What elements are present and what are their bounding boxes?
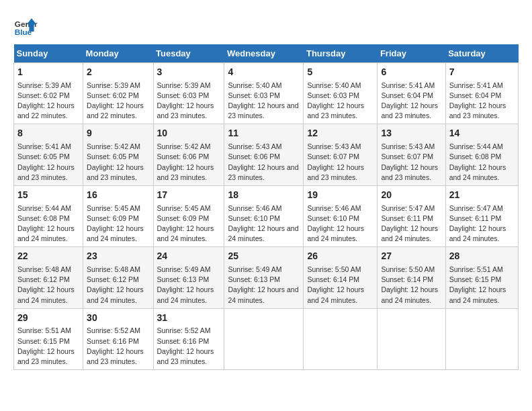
calendar-table: SundayMondayTuesdayWednesdayThursdayFrid… bbox=[13, 44, 519, 370]
day-number: 27 bbox=[381, 250, 441, 263]
day-number: 17 bbox=[157, 189, 221, 202]
day-info: Sunrise: 5:41 AM Sunset: 6:04 PM Dayligh… bbox=[381, 81, 441, 122]
calendar-day-24: 24 Sunrise: 5:49 AM Sunset: 6:13 PM Dayl… bbox=[153, 247, 224, 308]
day-info: Sunrise: 5:39 AM Sunset: 6:03 PM Dayligh… bbox=[157, 81, 221, 122]
day-number: 11 bbox=[228, 127, 300, 140]
calendar-day-20: 20 Sunrise: 5:47 AM Sunset: 6:11 PM Dayl… bbox=[378, 185, 445, 246]
day-number: 23 bbox=[87, 250, 149, 263]
day-info: Sunrise: 5:51 AM Sunset: 6:15 PM Dayligh… bbox=[449, 265, 515, 306]
day-header-thursday: Thursday bbox=[304, 44, 378, 63]
calendar-day-empty bbox=[445, 308, 518, 369]
calendar-day-3: 3 Sunrise: 5:39 AM Sunset: 6:03 PM Dayli… bbox=[153, 63, 224, 124]
day-number: 14 bbox=[449, 127, 515, 140]
day-header-wednesday: Wednesday bbox=[224, 44, 304, 63]
calendar-day-4: 4 Sunrise: 5:40 AM Sunset: 6:03 PM Dayli… bbox=[224, 63, 304, 124]
calendar-day-18: 18 Sunrise: 5:46 AM Sunset: 6:10 PM Dayl… bbox=[224, 185, 304, 246]
day-number: 24 bbox=[157, 250, 221, 263]
day-info: Sunrise: 5:48 AM Sunset: 6:12 PM Dayligh… bbox=[87, 265, 149, 306]
day-header-tuesday: Tuesday bbox=[153, 44, 224, 63]
calendar-day-31: 31 Sunrise: 5:52 AM Sunset: 6:16 PM Dayl… bbox=[153, 308, 224, 369]
day-info: Sunrise: 5:39 AM Sunset: 6:02 PM Dayligh… bbox=[17, 81, 79, 122]
day-number: 5 bbox=[307, 66, 373, 79]
day-info: Sunrise: 5:52 AM Sunset: 6:16 PM Dayligh… bbox=[87, 326, 149, 367]
day-number: 16 bbox=[87, 189, 149, 202]
day-info: Sunrise: 5:49 AM Sunset: 6:13 PM Dayligh… bbox=[228, 265, 300, 306]
day-number: 18 bbox=[228, 189, 300, 202]
day-number: 28 bbox=[449, 250, 515, 263]
calendar-day-13: 13 Sunrise: 5:43 AM Sunset: 6:07 PM Dayl… bbox=[378, 124, 445, 185]
day-number: 12 bbox=[307, 127, 373, 140]
day-number: 20 bbox=[381, 189, 441, 202]
day-number: 30 bbox=[87, 312, 149, 325]
day-number: 26 bbox=[307, 250, 373, 263]
day-info: Sunrise: 5:52 AM Sunset: 6:16 PM Dayligh… bbox=[157, 326, 221, 367]
day-info: Sunrise: 5:41 AM Sunset: 6:04 PM Dayligh… bbox=[449, 81, 515, 122]
header: General Blue bbox=[13, 13, 519, 38]
day-number: 4 bbox=[228, 66, 300, 79]
day-number: 13 bbox=[381, 127, 441, 140]
day-info: Sunrise: 5:44 AM Sunset: 6:08 PM Dayligh… bbox=[17, 203, 79, 244]
day-info: Sunrise: 5:42 AM Sunset: 6:05 PM Dayligh… bbox=[87, 142, 149, 183]
day-info: Sunrise: 5:42 AM Sunset: 6:06 PM Dayligh… bbox=[157, 142, 221, 183]
day-info: Sunrise: 5:50 AM Sunset: 6:14 PM Dayligh… bbox=[307, 265, 373, 306]
day-info: Sunrise: 5:47 AM Sunset: 6:11 PM Dayligh… bbox=[381, 203, 441, 244]
logo-icon: General Blue bbox=[13, 13, 38, 38]
calendar-day-5: 5 Sunrise: 5:40 AM Sunset: 6:03 PM Dayli… bbox=[304, 63, 378, 124]
day-info: Sunrise: 5:40 AM Sunset: 6:03 PM Dayligh… bbox=[228, 81, 300, 122]
calendar-day-26: 26 Sunrise: 5:50 AM Sunset: 6:14 PM Dayl… bbox=[304, 247, 378, 308]
calendar-day-empty bbox=[224, 308, 304, 369]
day-number: 15 bbox=[17, 189, 79, 202]
calendar-day-29: 29 Sunrise: 5:51 AM Sunset: 6:15 PM Dayl… bbox=[14, 308, 83, 369]
calendar-week-5: 29 Sunrise: 5:51 AM Sunset: 6:15 PM Dayl… bbox=[14, 308, 519, 369]
calendar-day-1: 1 Sunrise: 5:39 AM Sunset: 6:02 PM Dayli… bbox=[14, 63, 83, 124]
calendar-body: 1 Sunrise: 5:39 AM Sunset: 6:02 PM Dayli… bbox=[14, 63, 519, 370]
calendar-day-12: 12 Sunrise: 5:43 AM Sunset: 6:07 PM Dayl… bbox=[304, 124, 378, 185]
calendar-week-2: 8 Sunrise: 5:41 AM Sunset: 6:05 PM Dayli… bbox=[14, 124, 519, 185]
day-info: Sunrise: 5:46 AM Sunset: 6:10 PM Dayligh… bbox=[228, 203, 300, 244]
day-number: 21 bbox=[449, 189, 515, 202]
calendar-header-row: SundayMondayTuesdayWednesdayThursdayFrid… bbox=[14, 44, 519, 63]
calendar-day-19: 19 Sunrise: 5:46 AM Sunset: 6:10 PM Dayl… bbox=[304, 185, 378, 246]
day-info: Sunrise: 5:39 AM Sunset: 6:02 PM Dayligh… bbox=[87, 81, 149, 122]
day-info: Sunrise: 5:40 AM Sunset: 6:03 PM Dayligh… bbox=[307, 81, 373, 122]
calendar-day-21: 21 Sunrise: 5:47 AM Sunset: 6:11 PM Dayl… bbox=[445, 185, 518, 246]
calendar-day-15: 15 Sunrise: 5:44 AM Sunset: 6:08 PM Dayl… bbox=[14, 185, 83, 246]
day-info: Sunrise: 5:43 AM Sunset: 6:06 PM Dayligh… bbox=[228, 142, 300, 183]
calendar-day-11: 11 Sunrise: 5:43 AM Sunset: 6:06 PM Dayl… bbox=[224, 124, 304, 185]
calendar-day-17: 17 Sunrise: 5:45 AM Sunset: 6:09 PM Dayl… bbox=[153, 185, 224, 246]
day-info: Sunrise: 5:43 AM Sunset: 6:07 PM Dayligh… bbox=[381, 142, 441, 183]
day-number: 8 bbox=[17, 127, 79, 140]
calendar-day-25: 25 Sunrise: 5:49 AM Sunset: 6:13 PM Dayl… bbox=[224, 247, 304, 308]
calendar-day-10: 10 Sunrise: 5:42 AM Sunset: 6:06 PM Dayl… bbox=[153, 124, 224, 185]
day-number: 2 bbox=[87, 66, 149, 79]
day-info: Sunrise: 5:46 AM Sunset: 6:10 PM Dayligh… bbox=[307, 203, 373, 244]
calendar-day-8: 8 Sunrise: 5:41 AM Sunset: 6:05 PM Dayli… bbox=[14, 124, 83, 185]
day-info: Sunrise: 5:50 AM Sunset: 6:14 PM Dayligh… bbox=[381, 265, 441, 306]
calendar-day-27: 27 Sunrise: 5:50 AM Sunset: 6:14 PM Dayl… bbox=[378, 247, 445, 308]
calendar-day-empty bbox=[378, 308, 445, 369]
day-number: 9 bbox=[87, 127, 149, 140]
calendar-day-empty bbox=[304, 308, 378, 369]
day-number: 22 bbox=[17, 250, 79, 263]
day-info: Sunrise: 5:45 AM Sunset: 6:09 PM Dayligh… bbox=[87, 203, 149, 244]
calendar-day-23: 23 Sunrise: 5:48 AM Sunset: 6:12 PM Dayl… bbox=[83, 247, 153, 308]
day-header-sunday: Sunday bbox=[14, 44, 83, 63]
calendar-day-2: 2 Sunrise: 5:39 AM Sunset: 6:02 PM Dayli… bbox=[83, 63, 153, 124]
day-header-saturday: Saturday bbox=[445, 44, 518, 63]
day-number: 3 bbox=[157, 66, 221, 79]
day-info: Sunrise: 5:41 AM Sunset: 6:05 PM Dayligh… bbox=[17, 142, 79, 183]
day-number: 1 bbox=[17, 66, 79, 79]
calendar-week-1: 1 Sunrise: 5:39 AM Sunset: 6:02 PM Dayli… bbox=[14, 63, 519, 124]
calendar-day-28: 28 Sunrise: 5:51 AM Sunset: 6:15 PM Dayl… bbox=[445, 247, 518, 308]
day-number: 29 bbox=[17, 312, 79, 325]
day-number: 19 bbox=[307, 189, 373, 202]
calendar-day-22: 22 Sunrise: 5:48 AM Sunset: 6:12 PM Dayl… bbox=[14, 247, 83, 308]
day-header-monday: Monday bbox=[83, 44, 153, 63]
day-number: 6 bbox=[381, 66, 441, 79]
day-header-friday: Friday bbox=[378, 44, 445, 63]
calendar-day-7: 7 Sunrise: 5:41 AM Sunset: 6:04 PM Dayli… bbox=[445, 63, 518, 124]
calendar-day-6: 6 Sunrise: 5:41 AM Sunset: 6:04 PM Dayli… bbox=[378, 63, 445, 124]
day-info: Sunrise: 5:45 AM Sunset: 6:09 PM Dayligh… bbox=[157, 203, 221, 244]
calendar-day-14: 14 Sunrise: 5:44 AM Sunset: 6:08 PM Dayl… bbox=[445, 124, 518, 185]
day-info: Sunrise: 5:48 AM Sunset: 6:12 PM Dayligh… bbox=[17, 265, 79, 306]
